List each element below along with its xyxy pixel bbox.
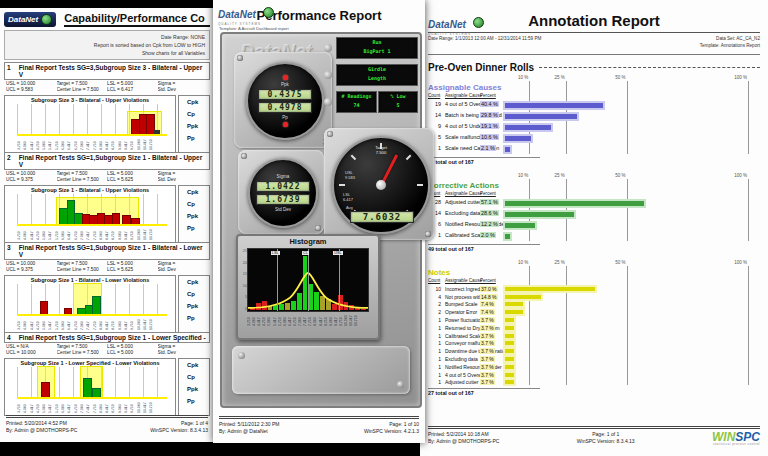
x-axis-label: 8.750 [111,136,117,150]
x-axis-label: 4.083 [23,136,29,150]
histogram-bar [332,304,337,310]
lsl-value: 6.417 [343,197,353,202]
capability-performance-report-page[interactable]: DataNet Capability/Performance Co Date R… [0,8,214,442]
x-axis-label: 6.417 [67,399,73,413]
param-panel: CpkCpPpkPp [178,185,210,243]
histogram-bar [40,301,49,315]
percent-axis-label: 25 % [535,173,565,178]
row-percent: 12.2 % [480,221,499,227]
row-count: 4 [428,294,441,300]
annotation-row: 9 4 out of 5 Underweight 19.1 % [428,123,760,134]
page-number: Page: 1 of 10 [364,421,419,428]
pareto-bar [505,201,644,206]
indicator-dot [283,122,288,127]
sigma-value-display: 1.0422 [256,181,310,192]
x-axis-label: 7.750 [93,226,99,240]
pareto-bar [505,223,535,228]
footer-right: Page: 1 of 10 WinSPC Version: 4.2.1.3 [364,421,419,435]
x-axis-label: 8.083 [313,312,318,326]
x-axis-label: 10.750 [149,399,155,413]
group-title: Notes [428,268,760,277]
row-percent: 2.1 % [480,145,496,151]
page-footer: Printed: 5/20/2014 4:52 PM By: Admin @ D… [6,415,208,434]
group-total: 49 total out of 167 [428,244,540,252]
x-axis-label: 7.417 [86,226,92,240]
info-line: Date Range: NONE [9,33,205,41]
row-count: 9 [428,123,441,129]
histogram-bar [83,378,92,398]
histogram-bar [308,284,313,310]
param-label: Ppk [187,303,209,309]
row-percent: 19.1 % [480,123,499,129]
pareto-bar [505,103,603,108]
row-percent: 3.7 % [480,325,495,331]
performance-report-page[interactable]: DataNet QUALITY SYSTEMS Performance Repo… [213,0,425,443]
annotation-row: 6 Notified Resource Leader 12.2 % [428,221,760,232]
x-axis-label: 4.083 [23,316,29,330]
row-count: 1 [428,333,441,339]
page-footer: Printed: 5/2/2014 10:18 AM By: Admin @ D… [428,426,760,446]
annotation-row: 10 Incorrect Ingredients 37.0 % [428,286,760,294]
x-axis-label: 10.083 [137,399,143,413]
annotation-row: 19 4 out of 5 Overweight 40.4 % [428,101,760,112]
column-headers: Count Assignable Cause Percent [428,93,760,101]
report-meta: Date Range: 1/1/2013 12:00 AM - 12/31/20… [428,33,760,55]
pareto-bar [505,326,514,330]
column-headers: Count Assignable Cause Percent [428,278,760,286]
row-label: Calibrated Scale [445,333,482,339]
annotation-row: 1 Scale need Calibration 2.1 % [428,145,760,156]
annotation-row: 1 Returned to Drying room 3.7 % [428,325,760,333]
chart-plot [17,104,167,136]
x-axis-label: 4.417 [30,399,36,413]
pareto-bar [505,212,574,217]
stats-column: LSL = 5.000 LCL = 5.625 [107,261,158,274]
annotation-row: 1 Calibrated Scale 2.0 % [428,232,760,243]
stat-value: UCL = 9.375 [6,177,57,183]
x-axis-label: 7.750 [93,399,99,413]
row-percent: 28.6 % [480,210,499,216]
x-axis-label: 9.750 [130,226,136,240]
datanet-logo-text: DataNet [428,19,466,30]
cause-column-header: Assignable Cause [445,191,482,196]
annotation-row: 1 4 out of 5 Overweight 3.7 % [428,372,760,380]
date-range: Date Range: 1/1/2013 12:00 AM - 12/31/20… [428,36,541,50]
datanet-orb-icon [41,14,52,25]
capability-chart: Subgroup Size 1 - Bilateral - Upper Viol… [4,185,176,243]
x-axis-label: 8.750 [111,399,117,413]
capability-section: 2 Final Report Tests SG=1,Subgroup Size … [4,152,210,240]
section-body: Subgroup Size 1 - Bilateral - Upper Viol… [4,185,210,243]
annotation-report-page[interactable]: DataNet QUALITY SYSTEMS Annotation Repor… [420,0,768,456]
param-label: Cpk [187,99,209,105]
display-line: 5 [379,101,417,110]
page-title: Capability/Performance Co [64,12,210,27]
annotation-row: 4 Not process within time 14.8 % [428,294,760,302]
param-label: Cp [187,201,209,207]
section-body: Subgroup Size 3 - Bilateral - Upper Viol… [4,95,210,153]
section-title: Pre-Oven Dinner Rolls [428,62,760,73]
y-axis-label: 0 [245,307,247,311]
histogram-bar [64,308,73,314]
chart-title: Subgroup Size 3 - Bilateral - Upper Viol… [5,97,175,103]
chart-plot [17,194,167,226]
logo-subtitle: QUALITY SYSTEMS [428,32,484,36]
percent-column-header: Percent [480,191,496,196]
pareto-bar [505,234,510,239]
pareto-bar [505,302,523,306]
dashboard-panel: DataNet Ppk 0.4375 0.4978 Pp Run BigPart… [220,32,422,408]
stat-value: Center Line = 7.500 [57,177,108,183]
x-axis-label: 7.417 [86,316,92,330]
stat-value: Center Line = 7.500 [57,87,108,93]
sigma-stddev-gauge: Sigma 1.0422 1.6739 Std Dev [248,158,318,228]
histogram-bar [154,130,161,134]
x-axis-label: 4.083 [23,399,29,413]
section-number: 3 [7,244,11,258]
stat-value: Center Line = 7.500 [57,350,108,356]
percent-axis-label: 10 % [498,173,528,178]
x-axis-label: 5.417 [273,312,278,326]
gauge-hub [376,180,386,190]
param-label: Cp [187,374,209,380]
version-line: WinSPC Version: 8.3.4.13 [577,438,635,445]
row-count: 2 [428,301,441,307]
capability-section: 3 Final Report Tests SG=1,Subgroup Size … [4,242,210,330]
stddev-value-display: 1.6739 [256,194,310,205]
